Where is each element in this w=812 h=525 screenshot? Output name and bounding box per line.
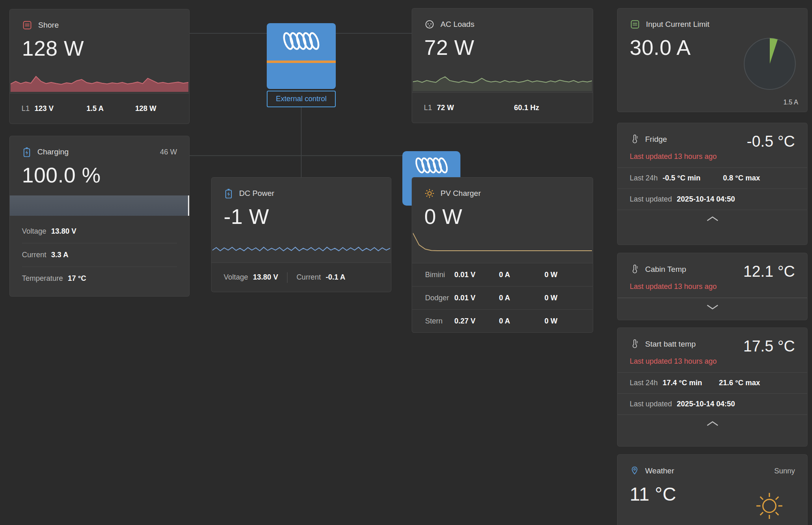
ac-loads-value: 72 W [412,35,593,60]
ac-l1-label: L1 [424,104,432,112]
wire-bus-dcpower [301,155,302,177]
weather-card[interactable]: Weather Sunny 11 °C [617,454,808,525]
current-label: Current [22,251,46,259]
weather-condition: Sunny [774,467,795,475]
shore-l1-power: 128 W [135,104,156,113]
shore-footer: L1123 V 1.5 A 128 W [10,93,189,124]
location-pin-icon [630,465,639,476]
last-updated-label: Last updated [630,195,672,204]
start-batt-value: 17.5 °C [743,338,795,354]
thermometer-icon [630,338,639,349]
pv-row-bimini: Bimini 0.01 V 0 A 0 W [412,263,593,286]
start-batt-minmax-row: Last 24h 17.4 °C min 21.6 °C max [618,373,807,393]
pv-tracker-power: 0 W [544,317,593,325]
soc-value: 100.0 % [10,163,189,187]
shore-card[interactable]: Shore 128 W L1123 V 1.5 A 128 W [9,9,190,124]
charging-power: 46 W [160,148,177,156]
wire-inverter-dcbus [301,107,302,156]
shore-l1-label: L1 [22,104,30,113]
start-batt-title: Start batt temp [645,340,696,349]
temperature-label: Temperature [22,274,63,283]
pv-charger-title: PV Charger [441,189,481,198]
fridge-title: Fridge [645,135,667,144]
pv-tracker-power: 0 W [544,294,593,302]
fridge-temp-value: -0.5 °C [747,134,795,149]
sun-icon [424,188,435,199]
pv-row-stern: Stern 0.27 V 0 A 0 W [412,309,593,332]
start-batt-temp-card[interactable]: Start batt temp 17.5 °C Last updated 13 … [617,328,808,447]
pv-footer: Bimini 0.01 V 0 A 0 W Dodger 0.01 V 0 A … [412,263,593,332]
chevron-up-icon [706,421,719,427]
ac-outlet-icon [424,19,435,30]
dc-power-sparkline [212,241,390,258]
pv-tracker-name: Dodger [425,294,454,302]
pv-tracker-power: 0 W [544,271,593,279]
current-limit-gauge-label: 1.5 A [784,99,798,106]
soc-progress-fill [10,195,189,216]
pv-sparkline [413,228,592,253]
voltage-label: Voltage [22,227,46,236]
shore-l1-voltage: 123 V [35,104,54,113]
fridge-updated-row: Last updated 2025-10-14 04:50 [618,189,807,210]
cabin-temp-title: Cabin Temp [645,265,686,274]
min-temp: 17.4 °C min [663,379,702,387]
start-batt-collapse-button[interactable] [618,414,807,432]
dc-power-footer: Voltage 13.80 V Current -0.1 A [212,262,391,292]
ac-loads-footer: L172 W 60.1 Hz [412,92,593,123]
current-value: 3.3 A [51,251,68,259]
charging-title: Charging [37,148,69,156]
weather-title: Weather [645,466,674,475]
ac-loads-card[interactable]: AC Loads 72 W L172 W 60.1 Hz [412,8,593,123]
pv-power-value: 0 W [412,204,593,229]
min-temp: -0.5 °C min [663,174,700,182]
last-updated-value: 2025-10-14 04:50 [677,400,735,408]
pv-row-dodger: Dodger 0.01 V 0 A 0 W [412,286,593,309]
last24h-label: Last 24h [630,379,658,387]
dc-voltage-label: Voltage [224,273,248,282]
cabin-expand-button[interactable] [618,298,807,316]
chevron-up-icon [706,216,719,222]
shore-power-value: 128 W [10,36,189,61]
ac-loads-title: AC Loads [441,20,474,29]
shore-power-icon [22,20,32,30]
dc-power-card[interactable]: DC Power -1 W Voltage 13.80 V Current -0… [211,177,391,292]
dc-power-icon [224,188,233,199]
pv-tracker-name: Bimini [425,271,454,279]
pv-tracker-name: Stern [425,317,454,325]
fridge-card[interactable]: Fridge -0.5 °C Last updated 13 hours ago… [617,123,808,245]
pv-tracker-voltage: 0.01 V [454,294,499,302]
pv-charger-card[interactable]: PV Charger 0 W Bimini 0.01 V 0 A 0 W Dod… [412,177,593,333]
last-updated-label: Last updated [630,400,672,408]
fridge-collapse-button[interactable] [618,210,807,228]
voltage-value: 13.80 V [51,227,76,236]
charging-card[interactable]: Charging 46 W 100.0 % Voltage 13.80 V Cu… [9,136,190,297]
dc-power-title: DC Power [239,189,274,198]
pv-tracker-voltage: 0.01 V [454,271,499,279]
ac-l1-power: 72 W [437,104,454,112]
temperature-value: 17 °C [68,274,86,283]
inverter-device-image [267,23,336,89]
cabin-temp-card[interactable]: Cabin Temp 12.1 °C Last updated 13 hours… [617,253,808,320]
dc-voltage-value: 13.80 V [253,273,278,282]
charging-detail-rows: Voltage 13.80 V Current 3.3 A Temperatur… [10,220,189,290]
shore-title: Shore [38,21,59,30]
input-current-limit-card[interactable]: Input Current Limit 30.0 A 1.5 A [617,8,808,112]
charging-row-temperature: Temperature 17 °C [22,267,177,290]
cabin-stale-alert: Last updated 13 hours ago [618,282,807,291]
ac-loads-sparkline [413,71,592,91]
charging-row-voltage: Voltage 13.80 V [22,220,177,243]
start-batt-stale-alert: Last updated 13 hours ago [618,357,807,366]
dc-current-label: Current [296,273,321,282]
pv-tracker-current: 0 A [499,271,544,279]
footer-divider [287,272,287,283]
victron-logo-icon [282,30,321,52]
soc-progress-edge [188,195,189,216]
vrm-dashboard: Shore 128 W L1123 V 1.5 A 128 W External [0,0,812,525]
max-temp: 0.8 °C max [723,174,760,182]
shore-l1-current: 1.5 A [86,104,104,113]
soc-progress-bar [10,195,189,216]
chevron-down-icon [706,304,719,310]
inverter-tile[interactable]: External control [267,23,336,107]
wire-shore-inverter [190,33,267,34]
fridge-minmax-row: Last 24h -0.5 °C min 0.8 °C max [618,168,807,189]
